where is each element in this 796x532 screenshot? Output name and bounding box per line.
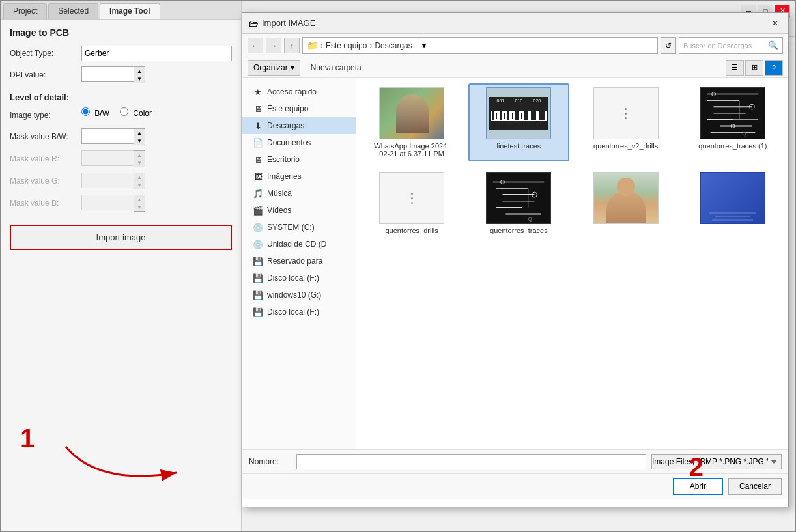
tab-image-tool[interactable]: Image Tool <box>100 3 160 19</box>
nueva-carpeta-button[interactable]: Nueva carpeta <box>306 60 367 76</box>
mask-bw-up[interactable]: ▲ <box>134 129 145 137</box>
videos-icon: 🎬 <box>253 205 263 216</box>
pcb-svg-2: Q <box>487 172 550 224</box>
mask-b-input: 250 <box>81 195 134 210</box>
view-list-button[interactable]: ☰ <box>726 60 744 76</box>
tab-project[interactable]: Project <box>3 3 47 19</box>
file-item-linetest[interactable]: .001 .010 .020. <box>468 83 569 161</box>
dialog-body: ★ Acceso rápido 🖥 Este equipo ⬇ Descarga… <box>242 78 788 449</box>
filter-select[interactable]: Image Files(*.BMP *.PNG *.JPG * <box>651 454 782 469</box>
file-item-person[interactable] <box>576 168 676 238</box>
view-grid-button[interactable]: ⊞ <box>745 60 763 76</box>
back-button[interactable]: ← <box>248 38 263 53</box>
nav-system-c[interactable]: 💿 SYSTEM (C:) <box>242 219 356 236</box>
mask-g-input: 250 <box>81 173 134 188</box>
refresh-button[interactable]: ↺ <box>661 37 676 54</box>
forward-button[interactable]: → <box>266 38 281 53</box>
image-type-row: Image type: B/W Color <box>10 107 232 123</box>
object-type-label: Object Type: <box>10 49 81 58</box>
documentos-icon: 📄 <box>253 137 263 148</box>
file-dialog: 🗁 Import IMAGE ✕ ← → ↑ 📁 › Este equipo ›… <box>242 12 789 507</box>
dialog-title-bar: 🗁 Import IMAGE ✕ <box>242 13 788 34</box>
file-name-qdrills-v2: quentorres_v2_drills <box>593 142 658 150</box>
dialog-close-button[interactable]: ✕ <box>769 17 782 30</box>
nav-sidebar: ★ Acceso rápido 🖥 Este equipo ⬇ Descarga… <box>242 78 356 449</box>
mask-r-down: ▼ <box>134 159 145 167</box>
mask-bw-input[interactable]: 250 <box>81 128 134 144</box>
tab-selected[interactable]: Selected <box>48 3 98 19</box>
este-equipo-icon: 🖥 <box>253 104 263 114</box>
nav-disco-f[interactable]: 💾 Disco local (F:) <box>242 270 356 287</box>
mask-r-label: Mask value R: <box>10 154 81 163</box>
file-name-whatsapp: WhatsApp Image 2024-02-21 at 6.37.11 PM <box>373 142 451 158</box>
svg-text:Q: Q <box>528 216 532 222</box>
reservado-icon: 💾 <box>253 256 263 266</box>
dpi-spin-buttons: ▲ ▼ <box>134 66 145 83</box>
dpi-input[interactable]: 96 <box>81 66 134 82</box>
file-item-qtraces[interactable]: Q quentorres_traces <box>468 168 569 238</box>
mask-bw-down[interactable]: ▼ <box>134 137 145 145</box>
mask-bw-spin-buttons: ▲ ▼ <box>134 128 145 145</box>
level-detail-title: Level of detail: <box>10 92 232 102</box>
color-radio[interactable] <box>120 107 128 116</box>
dialog-title-text: Import IMAGE <box>262 18 769 28</box>
bw-radio-label[interactable]: B/W <box>81 107 109 118</box>
file-name-linetest: linetest.traces <box>496 142 541 150</box>
acceso-rapido-icon: ★ <box>253 87 263 97</box>
image-type-radios: B/W Color <box>81 107 162 118</box>
mask-g-spin-buttons: ▲ ▼ <box>134 173 145 189</box>
imagenes-icon: 🖼 <box>253 171 263 182</box>
dpi-down-button[interactable]: ▼ <box>134 75 145 83</box>
svg-rect-15 <box>487 173 550 223</box>
nav-disco-f2[interactable]: 💾 Disco local (F:) <box>242 303 356 320</box>
system-c-icon: 💿 <box>253 222 263 232</box>
path-dropdown[interactable]: ▾ <box>418 41 431 50</box>
view-help-button[interactable]: ? <box>765 60 783 76</box>
file-name-qtraces1: quentorres_traces (1) <box>698 142 767 150</box>
file-item-qtraces1[interactable]: Q quentorres_traces (1) <box>683 83 783 161</box>
nav-videos[interactable]: 🎬 Vídeos <box>242 202 356 219</box>
path-root[interactable]: Este equipo <box>326 41 367 50</box>
view-buttons: ☰ ⊞ ? <box>726 60 783 76</box>
section-title: Image to PCB <box>10 27 232 38</box>
object-type-select[interactable]: Gerber <box>81 46 232 61</box>
nav-escritorio[interactable]: 🖥 Escritorio <box>242 151 356 168</box>
nav-documentos[interactable]: 📄 Documentos <box>242 134 356 151</box>
dpi-up-button[interactable]: ▲ <box>134 67 145 75</box>
nav-windows10[interactable]: 💾 windows10 (G:) <box>242 287 356 303</box>
file-grid: WhatsApp Image 2024-02-21 at 6.37.11 PM … <box>356 78 788 449</box>
path-current[interactable]: Descargas <box>375 41 412 50</box>
up-button[interactable]: ↑ <box>284 38 300 53</box>
organizar-button[interactable]: Organizar ▾ <box>248 60 300 76</box>
search-bar[interactable]: Buscar en Descargas 🔍 <box>679 37 783 54</box>
nav-acceso-rapido[interactable]: ★ Acceso rápido <box>242 83 356 100</box>
search-icon: 🔍 <box>768 40 778 50</box>
file-item-whatsapp[interactable]: WhatsApp Image 2024-02-21 at 6.37.11 PM <box>362 83 462 161</box>
file-thumb-person <box>593 172 659 224</box>
organizar-arrow: ▾ <box>291 63 294 72</box>
nav-descargas[interactable]: ⬇ Descargas <box>242 117 356 134</box>
dpi-row: DPI value: 96 ▲ ▼ <box>10 66 232 83</box>
mask-r-spin-buttons: ▲ ▼ <box>134 150 145 167</box>
disco-f2-icon: 💾 <box>253 307 263 317</box>
file-item-idcard[interactable] <box>683 168 783 238</box>
nav-este-equipo[interactable]: 🖥 Este equipo <box>242 100 356 117</box>
nav-unidad-cd[interactable]: 💿 Unidad de CD (D <box>242 236 356 253</box>
color-radio-label[interactable]: Color <box>120 107 152 118</box>
mask-bw-spinner: 250 ▲ ▼ <box>81 128 145 145</box>
nav-reservado[interactable]: 💾 Reservado para <box>242 253 356 270</box>
bw-radio[interactable] <box>81 107 90 116</box>
import-image-button[interactable]: Import image <box>10 225 232 250</box>
cancelar-button[interactable]: Cancelar <box>728 478 782 495</box>
mask-g-spinner: 250 ▲ ▼ <box>81 173 145 189</box>
dpi-spinner: 96 ▲ ▼ <box>81 66 145 83</box>
nombre-input[interactable]: linetest.traces <box>296 454 646 469</box>
file-item-qdrills-v2[interactable]: quentorres_v2_drills <box>576 83 676 161</box>
nav-musica[interactable]: 🎵 Música <box>242 185 356 202</box>
file-item-qdrills[interactable]: quentorres_drills <box>362 168 462 238</box>
mask-g-label: Mask value G: <box>10 176 81 186</box>
nav-imagenes[interactable]: 🖼 Imágenes <box>242 168 356 185</box>
path-bar: 📁 › Este equipo › Descargas ▾ <box>302 37 658 54</box>
nombre-label: Nombre: <box>249 457 291 466</box>
musica-icon: 🎵 <box>253 188 263 199</box>
